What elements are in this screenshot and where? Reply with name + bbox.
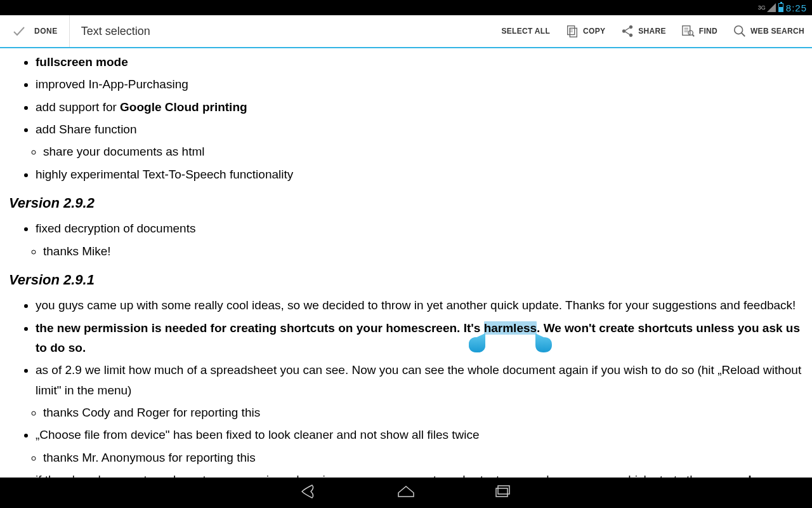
find-button[interactable]: FIND	[674, 15, 725, 47]
version-heading: Version 2.9.2	[9, 192, 807, 215]
signal-icon	[767, 3, 776, 12]
share-button[interactable]: SHARE	[613, 15, 674, 47]
search-icon	[733, 24, 747, 38]
select-all-button[interactable]: SELECT ALL	[494, 15, 558, 47]
list-item: add support for Google Cloud printing	[36, 96, 807, 118]
list-item: as of 2.9 we limit how much of a spreads…	[36, 359, 807, 401]
check-icon	[11, 23, 27, 39]
find-icon	[681, 24, 695, 38]
done-button[interactable]: DONE	[0, 15, 70, 47]
list-item: share your documents as html	[43, 140, 807, 163]
list-item: add Share function	[36, 118, 807, 140]
list-item: the new permission is needed for creatin…	[36, 317, 807, 359]
list-item: thanks Mike!	[43, 240, 807, 262]
svg-point-7	[629, 34, 632, 37]
done-label: DONE	[34, 27, 58, 36]
svg-point-16	[735, 26, 743, 34]
svg-line-17	[742, 33, 745, 37]
battery-icon	[778, 3, 783, 12]
svg-point-5	[629, 25, 632, 29]
copy-icon	[565, 24, 579, 38]
clock: 8:25	[786, 3, 807, 13]
list-item: highly experimental Text-To-Speech funct…	[36, 163, 807, 185]
version-heading: Version 2.9.1	[9, 269, 807, 291]
list-item: fixed decryption of documents	[36, 217, 807, 239]
action-bar-title: Text selection	[70, 25, 494, 38]
copy-button[interactable]: COPY	[558, 15, 613, 47]
network-label: 3G	[758, 4, 766, 11]
document-content[interactable]: fullscreen mode improved In-App-Purchasi…	[0, 48, 812, 478]
back-button[interactable]	[299, 483, 320, 503]
recents-button[interactable]	[492, 483, 513, 503]
web-search-button[interactable]: WEB SEARCH	[725, 15, 812, 47]
list-item: „Choose file from device" has been fixed…	[36, 424, 807, 446]
svg-point-6	[622, 30, 625, 33]
contextual-action-bar: DONE Text selection SELECT ALL COPY SHAR…	[0, 15, 812, 48]
status-bar: 3G 8:25	[0, 0, 812, 15]
list-item: thanks Cody and Roger for reporting this	[43, 401, 807, 424]
home-button[interactable]	[396, 483, 416, 503]
list-item: if there's a document you have to open a…	[36, 469, 807, 478]
svg-line-8	[625, 28, 630, 31]
svg-point-14	[688, 30, 693, 35]
navigation-bar	[0, 478, 812, 508]
svg-line-15	[692, 35, 694, 37]
share-icon	[620, 24, 634, 38]
svg-rect-0	[570, 28, 577, 37]
svg-line-9	[625, 32, 630, 35]
selected-text: harmless	[484, 321, 537, 335]
list-item: improved In-App-Purchasing	[36, 73, 807, 95]
list-item: thanks Mr. Anonymous for reporting this	[43, 446, 807, 469]
list-item: you guys came up with some really cool i…	[36, 294, 807, 316]
list-item: fullscreen mode	[36, 51, 807, 73]
